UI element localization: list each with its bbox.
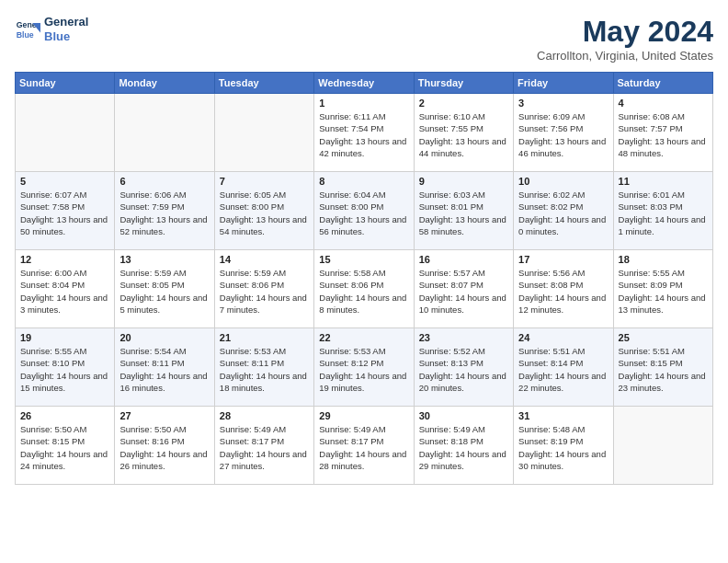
day-number: 14 [220, 254, 309, 265]
calendar-cell: 22Sunrise: 5:53 AMSunset: 8:12 PMDayligh… [314, 328, 414, 407]
day-info: Sunrise: 5:58 AMSunset: 8:06 PMDaylight:… [319, 267, 408, 316]
day-number: 10 [518, 176, 608, 187]
calendar-cell: 3Sunrise: 6:09 AMSunset: 7:56 PMDaylight… [514, 94, 613, 172]
calendar-cell: 29Sunrise: 5:49 AMSunset: 8:17 PMDayligh… [314, 407, 414, 485]
day-number: 20 [119, 332, 209, 343]
day-number: 15 [319, 254, 408, 265]
calendar-table: SundayMondayTuesdayWednesdayThursdayFrid… [15, 72, 713, 485]
calendar-cell: 7Sunrise: 6:05 AMSunset: 8:00 PMDaylight… [214, 172, 313, 250]
calendar-cell: 10Sunrise: 6:02 AMSunset: 8:02 PMDayligh… [514, 172, 613, 250]
day-info: Sunrise: 5:53 AMSunset: 8:11 PMDaylight:… [220, 345, 309, 394]
calendar-cell: 20Sunrise: 5:54 AMSunset: 8:11 PMDayligh… [115, 328, 214, 407]
weekday-header: Friday [514, 73, 613, 94]
day-info: Sunrise: 5:49 AMSunset: 8:17 PMDaylight:… [220, 423, 309, 472]
calendar-cell: 30Sunrise: 5:49 AMSunset: 8:18 PMDayligh… [414, 407, 513, 485]
day-number: 8 [319, 176, 408, 187]
calendar-cell: 11Sunrise: 6:01 AMSunset: 8:03 PMDayligh… [613, 172, 712, 250]
day-info: Sunrise: 6:01 AMSunset: 8:03 PMDaylight:… [619, 189, 708, 237]
day-number: 27 [119, 410, 209, 421]
day-info: Sunrise: 5:56 AMSunset: 8:08 PMDaylight:… [518, 267, 608, 316]
day-number: 31 [518, 410, 608, 421]
day-number: 28 [220, 410, 309, 421]
day-number: 9 [419, 176, 508, 187]
day-info: Sunrise: 5:49 AMSunset: 8:18 PMDaylight:… [419, 423, 508, 472]
day-info: Sunrise: 6:11 AMSunset: 7:54 PMDaylight:… [319, 110, 408, 159]
day-info: Sunrise: 5:57 AMSunset: 8:07 PMDaylight:… [419, 267, 508, 316]
logo: General Blue General Blue [15, 15, 88, 43]
calendar-week-row: 1Sunrise: 6:11 AMSunset: 7:54 PMDaylight… [16, 94, 713, 172]
day-number: 3 [518, 98, 608, 109]
calendar-cell: 16Sunrise: 5:57 AMSunset: 8:07 PMDayligh… [414, 250, 513, 328]
day-info: Sunrise: 6:07 AMSunset: 7:58 PMDaylight:… [20, 189, 109, 237]
calendar-cell: 9Sunrise: 6:03 AMSunset: 8:01 PMDaylight… [414, 172, 513, 250]
day-number: 29 [319, 410, 408, 421]
day-info: Sunrise: 5:59 AMSunset: 8:05 PMDaylight:… [119, 267, 209, 316]
calendar-cell: 1Sunrise: 6:11 AMSunset: 7:54 PMDaylight… [314, 94, 414, 172]
day-number: 23 [419, 332, 508, 343]
calendar-cell: 21Sunrise: 5:53 AMSunset: 8:11 PMDayligh… [214, 328, 313, 407]
weekday-header: Monday [115, 73, 214, 94]
day-info: Sunrise: 5:54 AMSunset: 8:11 PMDaylight:… [119, 345, 209, 394]
day-info: Sunrise: 6:09 AMSunset: 7:56 PMDaylight:… [518, 110, 608, 159]
day-number: 21 [220, 332, 309, 343]
day-number: 30 [419, 410, 508, 421]
calendar-cell: 18Sunrise: 5:55 AMSunset: 8:09 PMDayligh… [613, 250, 712, 328]
day-info: Sunrise: 6:04 AMSunset: 8:00 PMDaylight:… [319, 189, 408, 237]
weekday-header-row: SundayMondayTuesdayWednesdayThursdayFrid… [16, 73, 713, 94]
page-header: General Blue General Blue May 2024 Carro… [15, 15, 713, 63]
day-number: 12 [20, 254, 109, 265]
logo-line1: General [44, 15, 88, 29]
calendar-week-row: 26Sunrise: 5:50 AMSunset: 8:15 PMDayligh… [16, 407, 713, 485]
calendar-cell: 5Sunrise: 6:07 AMSunset: 7:58 PMDaylight… [16, 172, 115, 250]
calendar-cell [16, 94, 115, 172]
day-info: Sunrise: 5:53 AMSunset: 8:12 PMDaylight:… [319, 345, 408, 394]
day-info: Sunrise: 5:51 AMSunset: 8:15 PMDaylight:… [619, 345, 708, 394]
day-number: 11 [619, 176, 708, 187]
day-number: 1 [319, 98, 408, 109]
calendar-cell: 13Sunrise: 5:59 AMSunset: 8:05 PMDayligh… [115, 250, 214, 328]
day-info: Sunrise: 5:49 AMSunset: 8:17 PMDaylight:… [319, 423, 408, 472]
day-number: 25 [619, 332, 708, 343]
day-info: Sunrise: 6:00 AMSunset: 8:04 PMDaylight:… [20, 267, 109, 316]
day-number: 5 [20, 176, 109, 187]
month-title: May 2024 [537, 15, 713, 49]
calendar-cell: 2Sunrise: 6:10 AMSunset: 7:55 PMDaylight… [414, 94, 513, 172]
day-number: 19 [20, 332, 109, 343]
day-number: 16 [419, 254, 508, 265]
day-number: 24 [518, 332, 608, 343]
calendar-cell [115, 94, 214, 172]
day-info: Sunrise: 5:50 AMSunset: 8:16 PMDaylight:… [119, 423, 209, 472]
calendar-cell: 14Sunrise: 5:59 AMSunset: 8:06 PMDayligh… [214, 250, 313, 328]
logo-line2: Blue [44, 29, 88, 44]
weekday-header: Wednesday [314, 73, 414, 94]
calendar-cell: 8Sunrise: 6:04 AMSunset: 8:00 PMDaylight… [314, 172, 414, 250]
logo-icon: General Blue [15, 17, 40, 42]
calendar-cell: 28Sunrise: 5:49 AMSunset: 8:17 PMDayligh… [214, 407, 313, 485]
day-info: Sunrise: 6:10 AMSunset: 7:55 PMDaylight:… [419, 110, 508, 159]
day-number: 22 [319, 332, 408, 343]
calendar-cell: 23Sunrise: 5:52 AMSunset: 8:13 PMDayligh… [414, 328, 513, 407]
location: Carrollton, Virginia, United States [537, 49, 713, 63]
day-info: Sunrise: 5:59 AMSunset: 8:06 PMDaylight:… [220, 267, 309, 316]
calendar-week-row: 12Sunrise: 6:00 AMSunset: 8:04 PMDayligh… [16, 250, 713, 328]
day-number: 13 [119, 254, 209, 265]
day-info: Sunrise: 5:51 AMSunset: 8:14 PMDaylight:… [518, 345, 608, 394]
title-block: May 2024 Carrollton, Virginia, United St… [537, 15, 713, 63]
calendar-cell: 4Sunrise: 6:08 AMSunset: 7:57 PMDaylight… [613, 94, 712, 172]
day-info: Sunrise: 6:03 AMSunset: 8:01 PMDaylight:… [419, 189, 508, 237]
day-number: 18 [619, 254, 708, 265]
calendar-week-row: 19Sunrise: 5:55 AMSunset: 8:10 PMDayligh… [16, 328, 713, 407]
calendar-cell: 31Sunrise: 5:48 AMSunset: 8:19 PMDayligh… [514, 407, 613, 485]
day-info: Sunrise: 6:06 AMSunset: 7:59 PMDaylight:… [119, 189, 209, 237]
calendar-cell [613, 407, 712, 485]
day-number: 2 [419, 98, 508, 109]
day-info: Sunrise: 5:55 AMSunset: 8:09 PMDaylight:… [619, 267, 708, 316]
calendar-cell: 15Sunrise: 5:58 AMSunset: 8:06 PMDayligh… [314, 250, 414, 328]
calendar-cell: 24Sunrise: 5:51 AMSunset: 8:14 PMDayligh… [514, 328, 613, 407]
day-number: 4 [619, 98, 708, 109]
day-info: Sunrise: 5:50 AMSunset: 8:15 PMDaylight:… [20, 423, 109, 472]
day-info: Sunrise: 6:05 AMSunset: 8:00 PMDaylight:… [220, 189, 309, 237]
svg-text:Blue: Blue [17, 29, 34, 39]
day-number: 6 [119, 176, 209, 187]
day-number: 17 [518, 254, 608, 265]
